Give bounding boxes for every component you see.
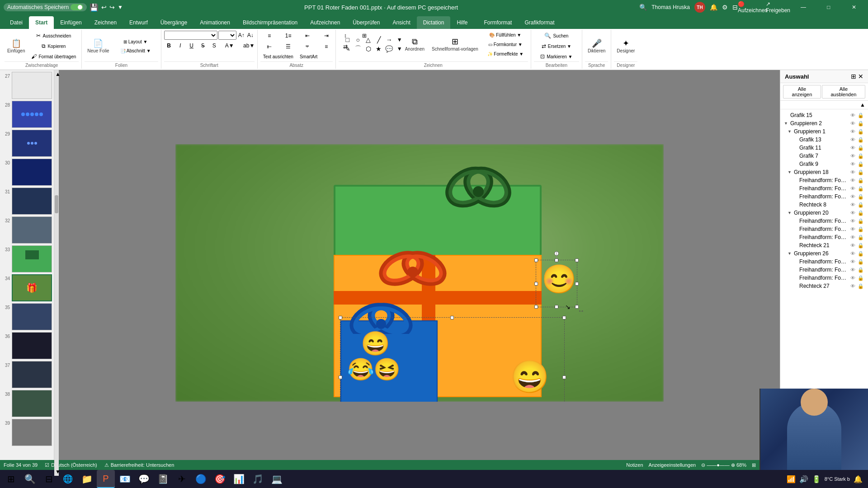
- layer-lock-f17[interactable]: 🔒: [857, 178, 864, 183]
- tab-entwurf[interactable]: Entwurf: [123, 16, 154, 29]
- taskbar-app2[interactable]: 📊: [230, 470, 248, 488]
- layer-lock-f28[interactable]: 🔒: [857, 275, 864, 281]
- textalign-btn[interactable]: Text ausrichten: [260, 52, 296, 61]
- tab-datei[interactable]: Datei: [4, 16, 29, 29]
- taskbar-outlook[interactable]: 📧: [116, 470, 134, 488]
- italic-btn[interactable]: I: [175, 41, 185, 51]
- slide-36[interactable]: 36: [2, 332, 52, 359]
- notes-btn[interactable]: Notizen: [626, 462, 643, 468]
- layer-form29[interactable]: Freihandform: Form 29 👁🔒: [780, 266, 868, 274]
- taskbar-app3[interactable]: 🎵: [249, 470, 267, 488]
- markieren-btn[interactable]: ⊡Markieren ▼: [534, 52, 579, 61]
- slide-31[interactable]: 31: [2, 188, 52, 215]
- taskbar-telegram[interactable]: ✈: [173, 470, 191, 488]
- align-left-btn[interactable]: ⫦: [260, 42, 278, 52]
- layer-rechteck8[interactable]: Rechteck 8 👁🔒: [780, 201, 868, 209]
- layer-vis-f30[interactable]: 👁: [849, 259, 856, 265]
- align-center-btn[interactable]: ☰: [279, 42, 297, 52]
- layer-form30[interactable]: Freihandform: Form 30 👁🔒: [780, 258, 868, 266]
- close-btn[interactable]: ✕: [844, 0, 864, 14]
- layer-form28[interactable]: Freihandform: Form 28 👁🔒: [780, 274, 868, 282]
- slide-35[interactable]: 35: [2, 303, 52, 330]
- tab-ueberpruefen[interactable]: Überprüfen: [346, 16, 386, 29]
- taskbar-app1[interactable]: 🎯: [211, 470, 229, 488]
- layer-lock-g9[interactable]: 🔒: [857, 161, 864, 167]
- layer-lock-g11[interactable]: 🔒: [857, 145, 864, 151]
- layer-grafik9[interactable]: Grafik 9 👁🔒: [780, 160, 868, 168]
- layer-vis-f24[interactable]: 👁: [849, 218, 856, 224]
- increase-indent-btn[interactable]: ⇥: [317, 31, 335, 41]
- ersetzen-btn[interactable]: ⇄Ersetzen ▼: [534, 41, 579, 51]
- layer-lock-f24[interactable]: 🔒: [857, 218, 864, 224]
- canvas-area[interactable]: ▲ ▼: [54, 70, 780, 476]
- increase-font-btn[interactable]: A↑: [237, 31, 245, 39]
- abschnitt-btn[interactable]: 📑 Abschnitt ▼: [113, 47, 158, 55]
- panel-collapse-btn[interactable]: ✕: [858, 73, 863, 80]
- kopieren-btn[interactable]: ⧉Kopieren: [28, 41, 79, 51]
- tab-zeichnen[interactable]: Zeichnen: [88, 16, 123, 29]
- layer-vis-g11[interactable]: 👁: [849, 145, 856, 151]
- tab-bildschirm[interactable]: Bildschirmpräsentation: [236, 16, 304, 29]
- highlight-btn[interactable]: ab▼: [240, 41, 258, 51]
- layer-lock-grp26[interactable]: 🔒: [857, 251, 864, 257]
- decrease-font-btn[interactable]: A↓: [246, 31, 255, 39]
- record-btn[interactable]: 🔴 Aufzeichnen: [742, 0, 763, 14]
- layer-vis-g7[interactable]: 👁: [849, 153, 856, 159]
- layer-vis-f29[interactable]: 👁: [849, 267, 856, 273]
- layer-vis-f28[interactable]: 👁: [849, 275, 856, 281]
- layer-lock-grp1[interactable]: 🔒: [857, 129, 864, 135]
- layer-grafik15[interactable]: Grafik 15 👁 🔒: [780, 111, 868, 119]
- diktieren-btn[interactable]: 🎤 Diktieren: [585, 38, 608, 55]
- tab-aufzeichnen[interactable]: Aufzeichnen: [304, 16, 346, 29]
- show-all-btn[interactable]: Alle anzeigen: [783, 85, 821, 99]
- tab-start[interactable]: Start: [29, 16, 54, 29]
- format-btn[interactable]: 🖌Format übertragen: [28, 52, 79, 61]
- layer-lock-g7[interactable]: 🔒: [857, 153, 864, 159]
- zoom-slider[interactable]: ⊝ ——●—— ⊕ 68%: [701, 462, 746, 468]
- layer-gruppieren26[interactable]: ▼ Gruppieren 26 👁🔒: [780, 249, 868, 258]
- designer-btn[interactable]: ✦ Designer: [614, 38, 637, 55]
- layer-vis-f23[interactable]: 👁: [849, 226, 856, 232]
- anordnen-btn[interactable]: ⧉Anordnen: [402, 36, 427, 53]
- slide-27[interactable]: 27: [2, 72, 52, 99]
- panel-close-btn[interactable]: ⊞: [851, 73, 856, 80]
- tray-sound[interactable]: 🔊: [799, 475, 808, 483]
- layer-form22[interactable]: Freihandform: Form 22 👁🔒: [780, 233, 868, 241]
- settings-icon[interactable]: ⚙: [722, 4, 728, 11]
- layout-btn[interactable]: ⊞ Layout ▼: [113, 38, 158, 46]
- neue-folie-btn[interactable]: 📄 Neue Folie: [85, 38, 112, 55]
- autosave-toggle[interactable]: Automatisches Speichern: [4, 3, 87, 11]
- slide-30[interactable]: 30: [2, 159, 52, 186]
- slide-28[interactable]: 28: [2, 101, 52, 128]
- layer-vis-f16[interactable]: 👁: [849, 186, 856, 192]
- layer-vis-grp18[interactable]: 👁: [849, 169, 856, 175]
- weather-temp[interactable]: 8°C Stark b: [825, 476, 850, 482]
- layer-vis-grp26[interactable]: 👁: [849, 251, 856, 257]
- layer-gruppieren18[interactable]: ▼ Gruppieren 18 👁🔒: [780, 168, 868, 176]
- tray-notifications[interactable]: 🔔: [854, 475, 863, 483]
- layer-form23[interactable]: Freihandform: Form 23 👁🔒: [780, 225, 868, 233]
- scroll-up-btn[interactable]: ▲: [54, 70, 59, 78]
- taskbar-edge[interactable]: 🌐: [59, 470, 77, 488]
- autosave-toggle-switch[interactable]: [71, 4, 83, 10]
- slide-39[interactable]: 39: [2, 419, 52, 446]
- layer-grafik7[interactable]: Grafik 7 👁🔒: [780, 152, 868, 160]
- strikethrough-btn[interactable]: S̶: [198, 41, 208, 51]
- layer-lock-grp18[interactable]: 🔒: [857, 169, 864, 175]
- tray-battery[interactable]: 🔋: [812, 475, 821, 483]
- slide-29[interactable]: 29: [2, 130, 52, 157]
- undo-icon[interactable]: ↩: [101, 4, 107, 11]
- start-btn[interactable]: ⊞: [2, 470, 20, 488]
- layer-lock-f22[interactable]: 🔒: [857, 235, 864, 240]
- layer-vis-r21[interactable]: 👁: [849, 243, 856, 249]
- slide-32[interactable]: 32: [2, 216, 52, 244]
- layer-vis-grp1[interactable]: 👁: [849, 129, 856, 135]
- fit-btn[interactable]: ⊞: [752, 462, 756, 468]
- layer-rechteck21[interactable]: Rechteck 21 👁🔒: [780, 241, 868, 249]
- decrease-indent-btn[interactable]: ⇤: [298, 31, 316, 41]
- tab-uebergaenge[interactable]: Übergänge: [154, 16, 193, 29]
- slide-34[interactable]: 34 🎁: [2, 274, 52, 301]
- layer-lock-f16[interactable]: 🔒: [857, 186, 864, 192]
- layer-lock-f14[interactable]: 🔒: [857, 194, 864, 200]
- schnellformat-btn[interactable]: ⊞Schnellformat-vorlagen: [429, 36, 481, 53]
